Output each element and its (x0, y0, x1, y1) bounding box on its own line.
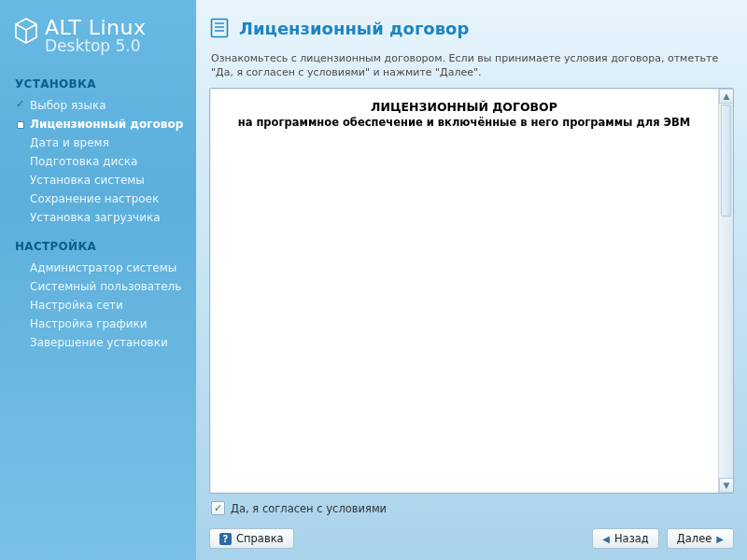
sidebar: ALT Linux Desktop 5.0 УСТАНОВКА Выбор яз… (0, 0, 196, 560)
license-heading: ЛИЦЕНЗИОННЫЙ ДОГОВОР (223, 100, 705, 114)
agree-checkbox[interactable]: ✓ (211, 501, 225, 515)
sidebar-section-install: УСТАНОВКА (15, 77, 187, 91)
config-steps-list: Администратор системы Системный пользова… (13, 259, 187, 352)
sidebar-section-config: НАСТРОЙКА (15, 240, 187, 253)
next-button-label: Далее (677, 532, 712, 545)
license-textbox: ЛИЦЕНЗИОННЫЙ ДОГОВОР на программное обес… (209, 88, 734, 494)
step-save-settings[interactable]: Сохранение настроек (13, 189, 187, 208)
scrollbar[interactable]: ▲ ▼ (718, 89, 733, 493)
install-steps-list: Выбор языка Лицензионный договор Дата и … (13, 96, 187, 227)
step-language[interactable]: Выбор языка (13, 96, 187, 115)
step-datetime[interactable]: Дата и время (13, 133, 187, 152)
brand-line2: Desktop 5.0 (45, 38, 146, 55)
step-finish[interactable]: Завершение установки (13, 333, 187, 352)
brand-logo: ALT Linux Desktop 5.0 (13, 17, 187, 55)
step-bootloader[interactable]: Установка загрузчика (13, 208, 187, 227)
help-icon: ? (219, 533, 232, 545)
main-panel: Лицензионный договор Ознакомьтесь с лице… (196, 0, 747, 560)
license-subheading: на программное обеспечение и включённые … (223, 116, 705, 129)
scroll-up-button[interactable]: ▲ (719, 89, 734, 104)
instruction-text: Ознакомьтесь с лицензионным договором. Е… (211, 52, 732, 80)
help-button-label: Справка (236, 532, 284, 545)
next-button[interactable]: Далее ▶ (667, 528, 734, 549)
step-graphics[interactable]: Настройка графики (13, 315, 187, 333)
step-user[interactable]: Системный пользователь (13, 277, 187, 296)
svg-rect-0 (212, 20, 228, 37)
step-admin[interactable]: Администратор системы (13, 259, 187, 277)
back-button[interactable]: ◀ Назад (592, 528, 659, 549)
page-header: Лицензионный договор (209, 17, 734, 39)
back-button-label: Назад (614, 532, 649, 545)
step-network[interactable]: Настройка сети (13, 296, 187, 315)
step-disk[interactable]: Подготовка диска (13, 152, 187, 171)
help-button[interactable]: ? Справка (209, 528, 294, 549)
triangle-left-icon: ◀ (602, 534, 610, 544)
license-content[interactable]: ЛИЦЕНЗИОННЫЙ ДОГОВОР на программное обес… (210, 89, 718, 493)
step-install-system[interactable]: Установка системы (13, 171, 187, 189)
brand-line1: ALT Linux (45, 17, 146, 38)
document-icon (209, 17, 230, 39)
step-license[interactable]: Лицензионный договор (13, 115, 187, 133)
cube-icon (13, 17, 39, 49)
footer-buttons: ? Справка ◀ Назад Далее ▶ (209, 528, 734, 549)
scroll-down-button[interactable]: ▼ (719, 478, 734, 493)
triangle-right-icon: ▶ (716, 534, 724, 544)
agree-label: Да, я согласен с условиями (231, 502, 387, 515)
agree-row: ✓ Да, я согласен с условиями (211, 501, 732, 515)
scroll-thumb[interactable] (721, 105, 731, 217)
page-title: Лицензионный договор (239, 19, 469, 38)
